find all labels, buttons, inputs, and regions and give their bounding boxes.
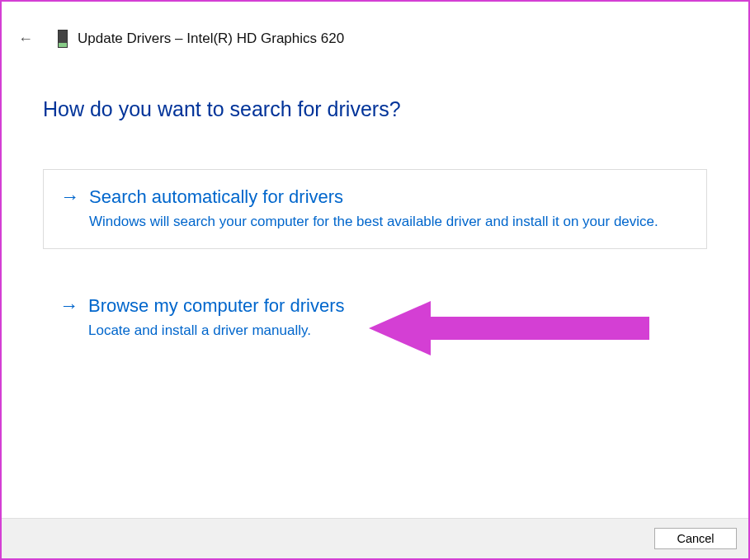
- dialog-footer: Cancel: [2, 518, 748, 558]
- option-title: Search automatically for drivers: [89, 185, 690, 209]
- option-desc: Windows will search your computer for th…: [89, 211, 690, 233]
- arrow-right-icon: →: [59, 294, 78, 318]
- device-icon: [58, 30, 68, 48]
- option-title: Browse my computer for drivers: [88, 294, 691, 318]
- option-desc: Locate and install a driver manually.: [88, 320, 691, 341]
- cancel-button[interactable]: Cancel: [654, 528, 737, 549]
- main-heading: How do you want to search for drivers?: [43, 97, 707, 121]
- dialog-content: How do you want to search for drivers? →…: [2, 97, 748, 357]
- dialog-title: Update Drivers – Intel(R) HD Graphics 62…: [78, 31, 344, 47]
- option-text: Search automatically for drivers Windows…: [89, 185, 690, 232]
- option-text: Browse my computer for drivers Locate an…: [88, 294, 691, 341]
- option-browse-computer[interactable]: → Browse my computer for drivers Locate …: [43, 279, 707, 357]
- option-search-automatically[interactable]: → Search automatically for drivers Windo…: [43, 169, 707, 249]
- back-arrow-icon[interactable]: ←: [15, 28, 36, 49]
- spacer: [43, 249, 707, 279]
- dialog-header: ← Update Drivers – Intel(R) HD Graphics …: [2, 2, 748, 49]
- arrow-right-icon: →: [60, 185, 79, 209]
